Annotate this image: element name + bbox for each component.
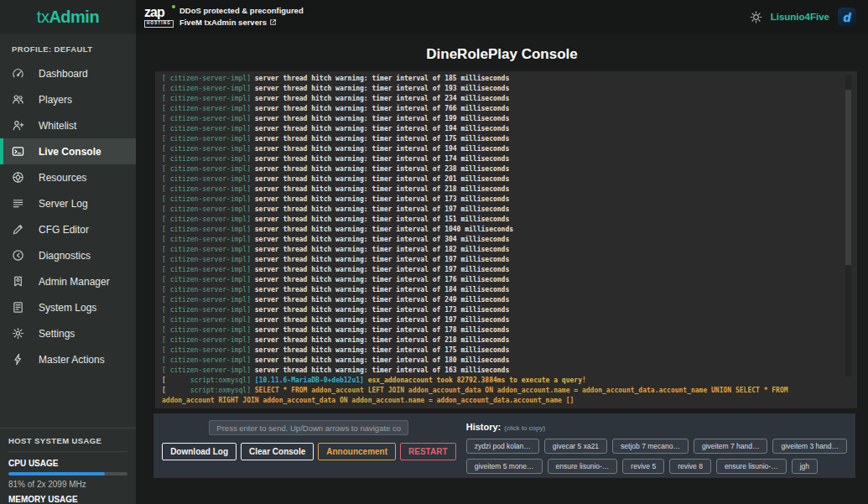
console-line: [ citizen-server-impl] server thread hit… <box>162 84 844 94</box>
console-line: [ citizen-server-impl] server thread hit… <box>162 164 844 174</box>
console-line: [ citizen-server-impl] server thread hit… <box>162 245 844 255</box>
sidebar-item-label: System Logs <box>39 302 96 314</box>
history-command-button[interactable]: setjob 7 mecano… <box>612 439 689 454</box>
history-header: History:(click to copy) <box>466 418 847 434</box>
console-line: [ citizen-server-impl] server thread hit… <box>162 215 844 225</box>
sidebar-item-diagnostics[interactable]: Diagnostics <box>0 242 136 268</box>
history-command-button[interactable]: revive 8 <box>669 459 711 474</box>
history-command-button[interactable]: givecar 5 xa21 <box>544 439 607 454</box>
console-line: [ citizen-server-impl] server thread hit… <box>162 154 844 164</box>
console-line: [ citizen-server-impl] server thread hit… <box>162 335 844 346</box>
zap-hosting-banner[interactable]: zap HOSTING DDoS protected & preconfigur… <box>144 5 304 29</box>
sidebar-item-master-actions[interactable]: Master Actions <box>0 346 136 372</box>
sidebar-item-system-logs[interactable]: System Logs <box>0 294 136 320</box>
console-line: [ citizen-server-impl] server thread hit… <box>162 184 844 195</box>
console-line: [ citizen-server-impl] server thread hit… <box>162 315 844 325</box>
console-scrollbar-thumb[interactable] <box>845 90 851 265</box>
zap-banner-line1: DDoS protected & preconfigured <box>179 5 304 16</box>
sidebar-item-server-log[interactable]: Server Log <box>0 190 136 216</box>
zap-green-dot <box>172 5 175 8</box>
sidebar-item-label: Settings <box>39 328 75 340</box>
console-line: [ citizen-server-impl] server thread hit… <box>162 346 844 356</box>
sidebar-item-label: Dashboard <box>39 68 88 80</box>
sidebar-item-label: Admin Manager <box>39 276 110 288</box>
sidebar: PROFILE: DEFAULT DashboardPlayersWhiteli… <box>0 34 136 504</box>
console-line: [ citizen-server-impl] server thread hit… <box>162 124 844 134</box>
history-command-button[interactable]: ensure lisunio-… <box>716 459 787 474</box>
host-usage-title: HOST SYSTEM USAGE <box>8 436 127 452</box>
diagnostics-icon <box>12 249 25 262</box>
restart-button[interactable]: RESTART <box>400 443 455 460</box>
sidebar-item-dashboard[interactable]: Dashboard <box>0 60 136 86</box>
memory-usage-label: MEMORY USAGE <box>8 495 127 504</box>
topbar-right: zap HOSTING DDoS protected & preconfigur… <box>136 0 868 34</box>
console-line: [ citizen-server-impl] server thread hit… <box>162 285 844 295</box>
settings-icon <box>12 327 25 340</box>
console-icon <box>12 145 25 158</box>
zap-hosting-label: HOSTING <box>144 20 174 28</box>
sidebar-item-whitelist[interactable]: Whitelist <box>0 112 136 138</box>
console-line: [ citizen-server-impl] server thread hit… <box>162 356 844 366</box>
command-input[interactable] <box>209 420 408 435</box>
history-command-button[interactable]: giveitem 3 hand… <box>772 439 847 454</box>
username[interactable]: Lisunio4Five <box>771 12 829 22</box>
history-command-button[interactable]: jgh <box>792 459 818 474</box>
page-title: DineRolePlay Console <box>136 46 868 63</box>
history-hint: (click to copy) <box>504 424 545 432</box>
console-line: [ citizen-server-impl] server thread hit… <box>162 265 844 275</box>
history-label: History: <box>466 422 502 432</box>
resources-icon <box>12 171 25 184</box>
history-row: giveitem 5 mone…ensure lisunio-…revive 5… <box>466 459 847 474</box>
console-form: Download LogClear ConsoleAnnouncementRES… <box>153 413 465 478</box>
download-log-button[interactable]: Download Log <box>162 443 236 460</box>
history-command-button[interactable]: zydzi pod kolan… <box>466 439 539 454</box>
top-navbar: txAdmin zap HOSTING DDoS protected & pre… <box>0 0 868 34</box>
console-line: [ citizen-server-impl] server thread hit… <box>162 305 844 315</box>
sidebar-item-live-console[interactable]: Live Console <box>0 138 136 164</box>
history-command-button[interactable]: giveitem 5 mone… <box>466 459 543 474</box>
cpu-usage-label: CPU USAGE <box>8 459 127 468</box>
console-scrollbar[interactable] <box>845 75 851 377</box>
theme-toggle-icon[interactable] <box>750 11 762 23</box>
history-command-button[interactable]: giveitem 7 hand… <box>694 439 768 454</box>
sidebar-item-label: Players <box>39 94 72 106</box>
console-line-mysql: [ script:oxmysql] [10.11.6-MariaDB-0+deb… <box>162 376 844 386</box>
console-line: [ citizen-server-impl] server thread hit… <box>162 275 844 285</box>
systemlogs-icon <box>12 301 25 314</box>
sidebar-item-settings[interactable]: Settings <box>0 320 136 346</box>
profile-label: PROFILE: DEFAULT <box>0 34 136 60</box>
avatar[interactable]: d <box>838 8 856 26</box>
console-line: [ citizen-server-impl] server thread hit… <box>162 325 844 335</box>
host-system-usage: HOST SYSTEM USAGE CPU USAGE 81% of 2x 20… <box>0 428 136 504</box>
history-row: zydzi pod kolan…givecar 5 xa21setjob 7 m… <box>466 439 847 454</box>
cpu-usage-value: 81% of 2x 2099 MHz <box>8 480 127 489</box>
whitelist-icon <box>12 119 25 132</box>
sidebar-item-resources[interactable]: Resources <box>0 164 136 190</box>
history-rows: zydzi pod kolan…givecar 5 xa21setjob 7 m… <box>466 439 847 474</box>
sidebar-item-players[interactable]: Players <box>0 86 136 112</box>
clear-console-button[interactable]: Clear Console <box>241 443 314 460</box>
console-line: [ citizen-server-impl] server thread hit… <box>162 174 844 184</box>
sidebar-item-admin-manager[interactable]: Admin Manager <box>0 268 136 294</box>
serverlog-icon <box>12 197 25 210</box>
external-link-icon <box>269 18 277 29</box>
history-command-button[interactable]: revive 5 <box>622 459 664 474</box>
console-line: [ citizen-server-impl] server thread hit… <box>162 195 844 205</box>
cpu-usage-bar-fill <box>8 472 105 475</box>
sidebar-item-label: Live Console <box>39 146 101 158</box>
sidebar-item-label: Resources <box>39 172 86 184</box>
console-line: [ citizen-server-impl] server thread hit… <box>162 235 844 245</box>
console-output[interactable]: [ citizen-server-impl] server thread hit… <box>155 71 857 408</box>
console-line: [ citizen-server-impl] server thread hit… <box>162 104 844 114</box>
console-line: [ citizen-server-impl] server thread hit… <box>162 74 844 84</box>
history-command-button[interactable]: ensure lisunio-… <box>548 459 618 474</box>
txadmin-logo[interactable]: txAdmin <box>0 0 136 34</box>
sidebar-item-cfg-editor[interactable]: CFG Editor <box>0 216 136 242</box>
announcement-button[interactable]: Announcement <box>318 443 396 460</box>
zap-word: zap <box>144 6 164 19</box>
console-line: [ citizen-server-impl] server thread hit… <box>162 114 844 124</box>
console-controls: Download LogClear ConsoleAnnouncementRES… <box>153 413 855 478</box>
sidebar-item-label: Diagnostics <box>39 250 91 262</box>
history-section: History:(click to copy) zydzi pod kolan…… <box>465 413 855 478</box>
console-line: [ citizen-server-impl] server thread hit… <box>162 366 844 376</box>
